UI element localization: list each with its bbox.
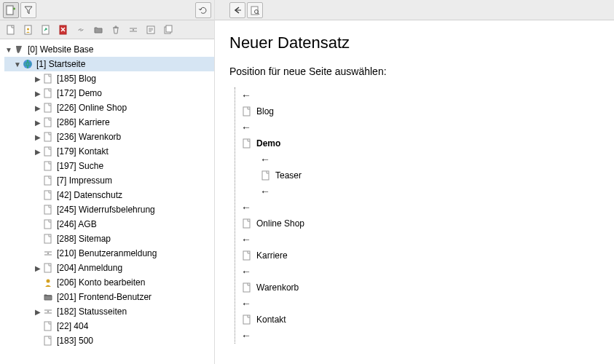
svg-rect-15 <box>44 132 51 141</box>
tree-node[interactable]: ▶[236] Warenkorb <box>4 130 214 144</box>
tree-node[interactable]: [245] Widerrufsbelehrung <box>4 202 214 217</box>
position-insert[interactable]: ← <box>241 328 599 344</box>
position-page[interactable]: Blog <box>241 103 599 119</box>
divider-icon <box>42 306 54 317</box>
expand-toggle[interactable]: ▶ <box>34 104 42 112</box>
position-label: Warenkorb <box>256 282 299 293</box>
tree-node[interactable]: [210] Benutzeranmeldung <box>4 246 214 261</box>
position-insert[interactable]: ← <box>241 199 599 215</box>
page-icon <box>42 160 54 172</box>
form-button[interactable] <box>143 22 159 38</box>
expand-toggle[interactable]: ▼ <box>4 46 13 54</box>
expand-toggle[interactable]: ▶ <box>34 308 42 316</box>
folder-button[interactable] <box>90 22 106 38</box>
svg-rect-19 <box>44 191 51 199</box>
tree-node[interactable]: [288] Sitemap <box>4 232 214 246</box>
tree-start[interactable]: ▼ [1] Startseite <box>4 57 214 71</box>
page-icon <box>42 218 54 230</box>
tree-node[interactable]: [201] Frontend-Benutzer <box>4 290 214 304</box>
svg-rect-13 <box>44 103 51 112</box>
tree-node[interactable]: ▶[185] Blog <box>4 71 214 86</box>
position-page[interactable]: Karriere <box>241 248 599 264</box>
refresh-button[interactable] <box>195 2 211 18</box>
delete-page-button[interactable] <box>55 22 71 38</box>
expand-toggle[interactable]: ▶ <box>34 148 42 156</box>
shortcut-button[interactable] <box>38 22 54 38</box>
svg-rect-9 <box>166 25 172 32</box>
tree-node[interactable]: [7] Impressum <box>4 173 214 188</box>
position-insert[interactable]: ← <box>241 232 599 248</box>
tree-node[interactable]: ▶[204] Anmeldung <box>4 261 214 275</box>
position-label: Demo <box>256 138 280 149</box>
new-page-button[interactable] <box>3 2 19 18</box>
expand-toggle[interactable]: ▶ <box>34 90 42 98</box>
insert-arrow-icon: ← <box>241 234 251 245</box>
position-label: Blog <box>256 106 274 116</box>
svg-rect-22 <box>44 234 51 243</box>
tree-node[interactable]: [22] 404 <box>4 319 214 333</box>
position-page[interactable]: Online Shop <box>241 215 599 232</box>
svg-rect-31 <box>243 107 250 116</box>
position-insert[interactable]: ← <box>241 151 599 167</box>
multi-page-button[interactable] <box>160 22 176 38</box>
insert-arrow-icon: ← <box>241 122 251 133</box>
svg-rect-21 <box>44 220 51 229</box>
globe-icon <box>22 58 34 70</box>
position-page[interactable]: Teaser <box>241 167 599 183</box>
position-insert[interactable]: ← <box>241 264 599 280</box>
tree-label: [288] Sitemap <box>56 234 111 244</box>
position-page[interactable]: Kontakt <box>241 312 599 328</box>
position-insert[interactable]: ← <box>241 296 599 312</box>
user-icon <box>42 277 54 288</box>
tree-node[interactable]: ▶[286] Karriere <box>4 115 214 130</box>
page-icon <box>42 102 54 114</box>
tree-node[interactable]: ▶[172] Demo <box>4 86 214 100</box>
page-icon <box>42 175 54 186</box>
divider-button[interactable] <box>125 22 141 38</box>
expand-toggle[interactable]: ▼ <box>13 60 22 68</box>
tree-node[interactable]: ▶[182] Statusseiten <box>4 304 214 319</box>
expand-toggle[interactable]: ▶ <box>34 119 42 127</box>
back-button[interactable] <box>229 2 245 18</box>
page-tree: ▼ [0] Website Base ▼ [1] Startseite ▶[18… <box>0 39 214 364</box>
svg-rect-36 <box>243 283 250 292</box>
tree-node[interactable]: [42] Datenschutz <box>4 188 214 202</box>
page-icon-button[interactable] <box>3 22 19 38</box>
tree-root[interactable]: ▼ [0] Website Base <box>4 42 214 57</box>
page-icon <box>241 282 253 293</box>
position-tree: ←Blog←Demo←Teaser←←Online Shop←Karriere←… <box>235 87 599 344</box>
position-page[interactable]: Demo <box>241 135 599 151</box>
tree-node[interactable]: [183] 500 <box>4 333 214 348</box>
tree-node[interactable]: [206] Konto bearbeiten <box>4 275 214 290</box>
filter-button[interactable] <box>20 2 36 18</box>
svg-rect-35 <box>243 251 250 260</box>
position-insert[interactable]: ← <box>241 183 599 199</box>
tree-node[interactable]: ▶[226] Online Shop <box>4 100 214 115</box>
svg-rect-17 <box>44 162 51 170</box>
page-icon <box>241 314 253 325</box>
tree-node[interactable]: ▶[179] Kontakt <box>4 144 214 159</box>
expand-toggle[interactable]: ▶ <box>34 75 42 83</box>
svg-rect-34 <box>243 219 250 228</box>
trash-button[interactable] <box>108 22 124 38</box>
view-button[interactable] <box>247 2 263 18</box>
user-page-button[interactable] <box>20 22 36 38</box>
page-icon <box>42 233 54 245</box>
tree-node[interactable]: [197] Suche <box>4 159 214 173</box>
tree-node[interactable]: [246] AGB <box>4 217 214 232</box>
tree-label: [7] Impressum <box>56 175 112 186</box>
tree-label: [182] Statusseiten <box>56 306 127 317</box>
expand-toggle[interactable]: ▶ <box>34 133 42 141</box>
link-button[interactable] <box>73 22 89 38</box>
tree-label: [210] Benutzeranmeldung <box>56 248 157 258</box>
svg-rect-16 <box>44 147 51 156</box>
position-insert[interactable]: ← <box>241 87 599 103</box>
page-icon <box>42 146 54 157</box>
position-page[interactable]: Warenkorb <box>241 280 599 296</box>
expand-toggle[interactable]: ▶ <box>34 264 42 272</box>
svg-rect-18 <box>44 176 51 185</box>
tree-label: [206] Konto bearbeiten <box>56 277 145 288</box>
insert-arrow-icon: ← <box>241 202 251 213</box>
svg-rect-32 <box>243 139 250 148</box>
position-insert[interactable]: ← <box>241 119 599 135</box>
